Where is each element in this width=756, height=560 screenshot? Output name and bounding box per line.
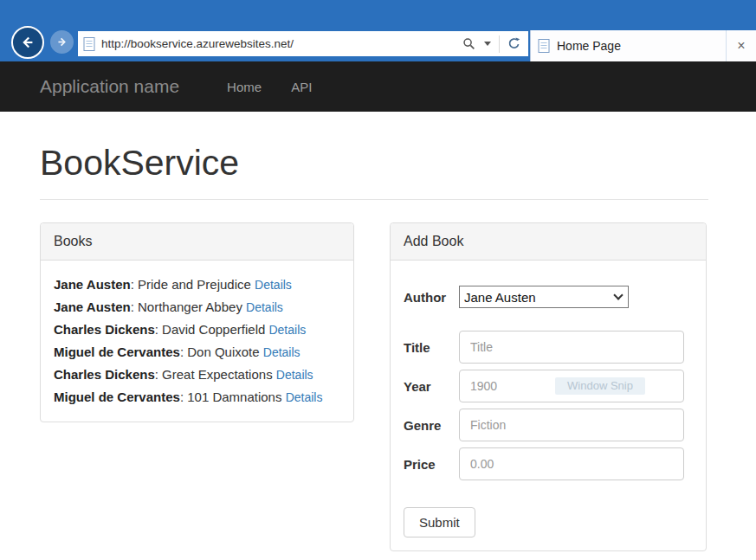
chevron-down-icon (484, 42, 491, 46)
add-book-form: Author Jane Austen TitleYearWindow SnipG… (391, 261, 706, 550)
year-label: Year (404, 379, 459, 394)
tab-close-button[interactable]: × (727, 30, 756, 61)
book-details-link[interactable]: Details (246, 300, 283, 314)
submit-button[interactable]: Submit (404, 507, 475, 537)
book-item: Charles Dickens: David Copperfield Detai… (54, 319, 340, 341)
panels-row: Books Jane Austen: Pride and Prejudice D… (40, 222, 708, 551)
book-item: Miguel de Cervantes: Don Quixote Details (54, 341, 340, 364)
url-text: http://bookservice.azurewebsites.net/ (101, 37, 458, 50)
search-dropdown-button[interactable] (480, 31, 495, 56)
refresh-button[interactable] (503, 31, 525, 56)
book-item: Jane Austen: Pride and Prejudice Details (54, 274, 340, 296)
add-book-panel: Add Book Author Jane Austen TitleYearWin… (390, 222, 707, 551)
form-row-genre: Genre (404, 409, 693, 441)
book-author: Jane Austen (54, 277, 131, 292)
tab-strip: Home Page × (530, 30, 756, 61)
year-input[interactable] (459, 370, 684, 402)
genre-input[interactable] (459, 409, 684, 441)
form-row-author: Author Jane Austen (404, 286, 693, 308)
books-panel-heading: Books (41, 223, 353, 261)
book-title: : David Copperfield (155, 322, 269, 337)
book-author: Miguel de Cervantes (54, 344, 180, 359)
page-content: BookService Books Jane Austen: Pride and… (0, 143, 756, 551)
books-panel: Books Jane Austen: Pride and Prejudice D… (40, 222, 354, 422)
book-author: Jane Austen (54, 299, 131, 314)
price-label: Price (404, 457, 459, 472)
back-arrow-icon (19, 34, 36, 51)
book-author: Miguel de Cervantes (54, 389, 180, 404)
author-select[interactable]: Jane Austen (459, 286, 629, 308)
form-row-year: YearWindow Snip (404, 370, 693, 402)
add-book-panel-heading: Add Book (391, 223, 706, 261)
add-book-fields: TitleYearWindow SnipGenrePrice (404, 331, 693, 480)
tab-title: Home Page (557, 39, 621, 53)
book-details-link[interactable]: Details (255, 278, 292, 292)
address-bar-divider (499, 35, 500, 53)
page-title: BookService (40, 143, 708, 183)
book-title: : Pride and Prejudice (131, 277, 255, 292)
address-bar[interactable]: http://bookservice.azurewebsites.net/ (78, 31, 528, 56)
form-row-price: Price (404, 447, 693, 480)
book-title: : Northanger Abbey (131, 299, 246, 314)
browser-window: http://bookservice.azurewebsites.net/ (0, 0, 756, 551)
refresh-icon (507, 37, 520, 50)
book-author: Charles Dickens (54, 322, 155, 337)
book-details-link[interactable]: Details (263, 345, 300, 359)
book-details-link[interactable]: Details (268, 323, 306, 337)
book-author: Charles Dickens (54, 367, 155, 382)
book-title: : Don Quixote (180, 344, 263, 359)
book-item: Miguel de Cervantes: 101 Damnations Deta… (54, 386, 340, 409)
forward-button[interactable] (50, 30, 74, 54)
title-input[interactable] (459, 331, 684, 364)
book-title: : Great Expectations (155, 367, 276, 382)
book-title: : 101 Damnations (180, 389, 286, 404)
site-navbar: Application name Home API (0, 61, 756, 112)
form-row-title: Title (404, 331, 693, 364)
book-item: Jane Austen: Northanger Abbey Details (54, 296, 340, 319)
book-item: Charles Dickens: Great Expectations Deta… (54, 364, 340, 386)
price-input[interactable] (459, 447, 684, 480)
search-icon (462, 37, 475, 50)
horizontal-divider (40, 199, 708, 200)
browser-chrome: http://bookservice.azurewebsites.net/ (0, 0, 756, 61)
author-select-wrap: Jane Austen (459, 286, 629, 308)
genre-label: Genre (404, 418, 459, 433)
nav-link-api[interactable]: API (291, 80, 312, 94)
search-button[interactable] (458, 31, 480, 56)
title-label: Title (404, 340, 459, 355)
nav-link-home[interactable]: Home (227, 80, 262, 94)
book-details-link[interactable]: Details (286, 390, 323, 404)
tab-home-page[interactable]: Home Page (531, 30, 727, 61)
author-label: Author (404, 290, 459, 305)
tab-page-icon (538, 39, 550, 53)
books-list: Jane Austen: Pride and Prejudice Details… (41, 261, 353, 422)
back-button[interactable] (11, 26, 44, 59)
forward-arrow-icon (55, 35, 68, 48)
book-details-link[interactable]: Details (276, 368, 313, 382)
page-icon (83, 37, 95, 51)
navbar-brand[interactable]: Application name (40, 76, 179, 97)
